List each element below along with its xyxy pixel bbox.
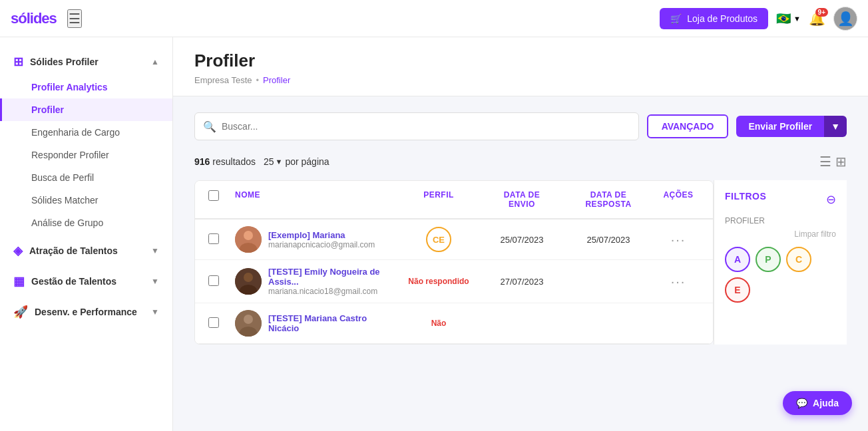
filter-collapse-button[interactable]: ⊖	[826, 192, 836, 207]
main-layout: ⊞ Sólides Profiler ▲ Profiler Analytics …	[0, 37, 868, 431]
sidebar-item-solides-matcher[interactable]: Sólides Matcher	[0, 189, 172, 212]
row2-status-badge: Não respondido	[408, 277, 469, 286]
row2-actions-button[interactable]: ···	[671, 274, 686, 289]
clear-filter-button[interactable]: Limpar filtro	[725, 229, 836, 239]
enviar-dropdown-button[interactable]: ▼	[824, 116, 847, 137]
row3-person-details: [TESTE] Mariana Castro Nicácio	[268, 313, 393, 333]
filter-badge-a[interactable]: A	[725, 247, 750, 272]
filter-badge-e[interactable]: E	[725, 277, 750, 303]
row3-data-envio	[479, 317, 565, 330]
chevron-down-icon-atracao: ▼	[151, 246, 159, 255]
per-page-label: por página	[285, 156, 329, 167]
sidebar-section-gestao: ▦ Gestão de Talentos ▼	[0, 267, 172, 295]
breadcrumb-empresa: Empresa Teste	[194, 75, 252, 85]
table-wrapper: NOME PERFIL DATA DEENVIO DATA DERESPOSTA…	[194, 180, 714, 345]
sidebar-item-profiler-analytics-label: Profiler Analytics	[31, 82, 108, 92]
sidebar: ⊞ Sólides Profiler ▲ Profiler Analytics …	[0, 37, 173, 431]
row2-data-resposta	[565, 275, 652, 288]
sidebar-section-desenv: 🚀 Desenv. e Performance ▼	[0, 298, 172, 326]
row3-select-checkbox[interactable]	[208, 317, 219, 328]
layers-icon: ◈	[13, 243, 23, 258]
enviar-profiler-button[interactable]: Enviar Profiler	[736, 116, 824, 137]
topnav: sólides ☰ 🛒 Loja de Produtos 🇧🇷 ▼ 🔔 9+ 👤	[0, 0, 868, 37]
filter-badge-c[interactable]: C	[786, 247, 811, 272]
row2-acoes: ···	[652, 267, 705, 296]
row1-acoes: ···	[652, 225, 705, 254]
svg-point-1	[244, 231, 253, 240]
row2-select-checkbox[interactable]	[208, 275, 219, 286]
notification-button[interactable]: 🔔 9+	[809, 11, 825, 27]
search-input[interactable]	[222, 121, 630, 132]
results-label: resultados	[212, 156, 256, 167]
filter-badges: A P C	[725, 247, 836, 272]
sidebar-header-profiler[interactable]: ⊞ Sólides Profiler ▲	[0, 48, 172, 76]
sidebar-item-matcher-label: Sólides Matcher	[31, 195, 98, 206]
sidebar-item-busca-de-perfil[interactable]: Busca de Perfil	[0, 166, 172, 189]
shop-button-label: Loja de Produtos	[687, 13, 758, 24]
row2-person-details: [TESTE] Emily Nogueira de Assis... maria…	[268, 267, 393, 296]
flag-icon: 🇧🇷	[776, 11, 791, 26]
th-nome: NOME	[230, 181, 399, 218]
page-title: Profiler	[194, 51, 847, 71]
avancado-button[interactable]: AVANÇADO	[647, 114, 729, 138]
row1-name[interactable]: [Exemplo] Mariana	[268, 230, 375, 240]
sidebar-item-engenharia-de-cargo[interactable]: Engenharia de Cargo	[0, 121, 172, 144]
logo: sólides	[11, 10, 57, 27]
row1-actions-button[interactable]: ···	[671, 232, 686, 247]
row1-checkbox	[203, 227, 230, 253]
search-wrapper: 🔍	[194, 112, 639, 140]
row3-nome: [TESTE] Mariana Castro Nicácio	[230, 303, 399, 343]
sidebar-item-profiler-analytics[interactable]: Profiler Analytics	[0, 76, 172, 98]
table-row: [Exemplo] Mariana marianapcnicacio@gmail…	[195, 219, 713, 260]
user-icon: 👤	[837, 11, 854, 27]
sidebar-header-gestao[interactable]: ▦ Gestão de Talentos ▼	[0, 267, 172, 295]
row1-profile-badge: CE	[426, 227, 451, 252]
sidebar-item-responder-profiler[interactable]: Responder Profiler	[0, 144, 172, 166]
sidebar-item-profiler[interactable]: Profiler	[0, 98, 172, 121]
sidebar-header-desenv-left: 🚀 Desenv. e Performance	[13, 305, 137, 319]
sidebar-header-atracao-left: ◈ Atração de Talentos	[13, 243, 118, 258]
grid-icon: ⊞	[13, 55, 23, 69]
flag-button[interactable]: 🇧🇷 ▼	[776, 11, 801, 26]
row1-data-envio: 25/07/2023	[479, 228, 565, 251]
sidebar-header-desenv[interactable]: 🚀 Desenv. e Performance ▼	[0, 298, 172, 326]
search-icon: 🔍	[203, 120, 216, 133]
th-data-resposta: DATA DERESPOSTA	[565, 181, 652, 218]
sidebar-item-analise-de-grupo[interactable]: Análise de Grupo	[0, 212, 172, 234]
row3-perfil: Não	[399, 312, 479, 335]
row3-checkbox	[203, 311, 230, 337]
per-page-dropdown-icon[interactable]: ▼	[276, 158, 283, 166]
row3-name[interactable]: [TESTE] Mariana Castro Nicácio	[268, 313, 393, 333]
content-area: 🔍 AVANÇADO Enviar Profiler ▼ 916 resulta…	[173, 96, 868, 360]
row3-data-resposta	[565, 317, 652, 330]
row2-nome: [TESTE] Emily Nogueira de Assis... maria…	[230, 260, 399, 303]
sidebar-header-left: ⊞ Sólides Profiler	[13, 55, 99, 69]
th-data-envio: DATA DEENVIO	[479, 181, 565, 218]
ajuda-button[interactable]: 💬 Ajuda	[783, 391, 852, 415]
table-area: NOME PERFIL DATA DEENVIO DATA DERESPOSTA…	[194, 180, 714, 345]
grid-view-button[interactable]: ⊞	[835, 154, 847, 170]
row2-perfil: Não respondido	[399, 270, 479, 293]
select-all-checkbox[interactable]	[208, 190, 219, 201]
th-checkbox	[203, 181, 230, 218]
cart-icon: 🛒	[670, 13, 682, 24]
filter-section-label: PROFILER	[725, 216, 836, 225]
row3-status-badge: Não	[431, 319, 447, 328]
chevron-down-icon: ▼	[793, 15, 801, 23]
filter-title: FILTROS	[725, 191, 766, 202]
filter-badge-p[interactable]: P	[756, 247, 781, 272]
shop-button[interactable]: 🛒 Loja de Produtos	[660, 8, 768, 29]
topnav-right: 🛒 Loja de Produtos 🇧🇷 ▼ 🔔 9+ 👤	[660, 7, 857, 31]
list-view-button[interactable]: ☰	[819, 154, 831, 170]
row1-select-checkbox[interactable]	[208, 233, 219, 244]
filter-panel: FILTROS ⊖ PROFILER Limpar filtro A P C E	[714, 180, 847, 345]
row3-person-info: [TESTE] Mariana Castro Nicácio	[235, 310, 393, 337]
sidebar-header-atracao[interactable]: ◈ Atração de Talentos ▼	[0, 237, 172, 265]
avatar[interactable]: 👤	[833, 7, 857, 31]
breadcrumb-profiler: Profiler	[263, 75, 290, 85]
page-header: Profiler Empresa Teste • Profiler	[173, 37, 868, 96]
row2-name[interactable]: [TESTE] Emily Nogueira de Assis...	[268, 267, 393, 287]
row1-person-details: [Exemplo] Mariana marianapcnicacio@gmail…	[268, 230, 375, 249]
chevron-up-icon: ▲	[151, 57, 159, 67]
hamburger-menu[interactable]: ☰	[67, 9, 82, 28]
